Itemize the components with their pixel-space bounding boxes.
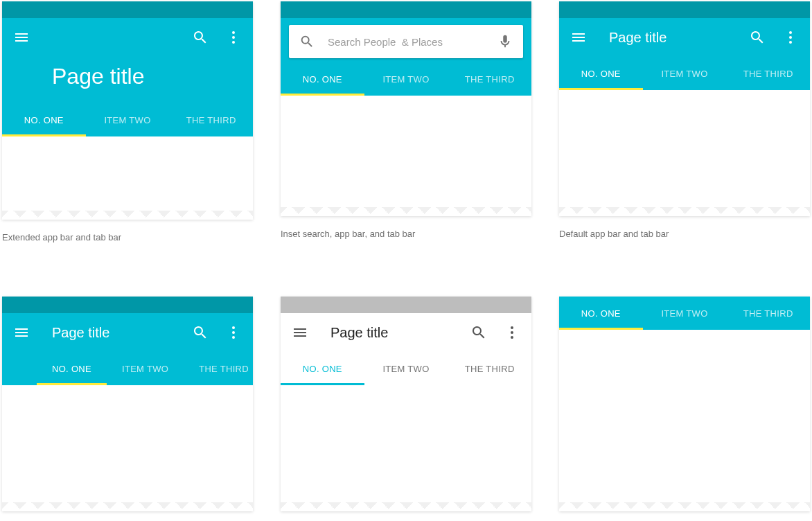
tab-bar: NO. ONE ITEM TWO THE THIRD: [559, 297, 810, 330]
menu-icon[interactable]: [570, 29, 587, 46]
tab-two[interactable]: ITEM TWO: [364, 62, 448, 96]
tab-three[interactable]: THE THIRD: [726, 297, 810, 330]
search-box[interactable]: [289, 25, 523, 58]
status-bar: [2, 1, 253, 18]
torn-edge: [281, 207, 531, 216]
status-bar: [281, 1, 531, 18]
app-bar: NO. ONE ITEM TWO THE THIRD: [559, 297, 810, 330]
tab-three[interactable]: THE THIRD: [726, 57, 810, 90]
tab-two[interactable]: ITEM TWO: [643, 57, 727, 90]
more-vert-icon[interactable]: [782, 29, 799, 46]
tab-three[interactable]: THE THIRD: [169, 103, 253, 136]
caption: Inset search, app bar, and tab bar: [281, 216, 531, 239]
example-scrollable-tabs: Page title NO. ONE ITEM TWO THE THIRD De…: [2, 297, 253, 521]
torn-edge: [559, 207, 810, 216]
search-icon[interactable]: [192, 29, 209, 46]
tab-bar: NO. ONE ITEM TWO THE THIRD: [281, 62, 531, 96]
torn-edge: [2, 502, 253, 511]
tab-three[interactable]: THE THIRD: [448, 352, 531, 385]
caption: Text color same as tab indicator: [281, 511, 531, 521]
example-white-appbar: Page title NO. ONE ITEM TWO THE THIRD Te…: [281, 297, 531, 521]
tab-one[interactable]: NO. ONE: [281, 352, 364, 385]
example-inset-search: NO. ONE ITEM TWO THE THIRD Inset search,…: [281, 1, 531, 242]
caption: Tab bar locked on scroll: [559, 511, 810, 521]
torn-edge: [2, 211, 253, 220]
content-area: [2, 385, 253, 511]
example-locked-tabs: NO. ONE ITEM TWO THE THIRD Tab bar locke…: [559, 297, 810, 521]
search-icon[interactable]: [192, 324, 209, 341]
caption: Extended app bar and tab bar: [2, 220, 253, 242]
more-vert-icon[interactable]: [504, 324, 520, 341]
tab-bar: NO. ONE ITEM TWO THE THIRD: [559, 57, 810, 90]
content-area: [559, 330, 810, 511]
search-icon[interactable]: [749, 29, 766, 46]
tab-bar-scrollable[interactable]: NO. ONE ITEM TWO THE THIRD: [2, 352, 253, 385]
tab-one[interactable]: NO. ONE: [559, 297, 643, 330]
content-area: [281, 385, 531, 511]
content-area: [281, 96, 531, 216]
search-icon[interactable]: [299, 33, 315, 50]
search-input[interactable]: [328, 36, 484, 48]
tab-two[interactable]: ITEM TWO: [364, 352, 448, 385]
page-title: Page title: [2, 57, 253, 103]
more-vert-icon[interactable]: [225, 324, 242, 341]
tab-one[interactable]: NO. ONE: [2, 103, 86, 136]
caption: Default app bar and tab bar: [559, 216, 810, 239]
content-area: [2, 136, 253, 220]
status-bar: [281, 297, 531, 313]
content-area: [559, 90, 810, 216]
example-extended-appbar: Page title NO. ONE ITEM TWO THE THIRD Ex…: [2, 1, 253, 242]
tab-bar: NO. ONE ITEM TWO THE THIRD: [2, 103, 253, 136]
tab-two[interactable]: ITEM TWO: [107, 352, 184, 385]
torn-edge: [281, 502, 531, 511]
app-bar: Page title NO. ONE ITEM TWO THE THIRD: [2, 313, 253, 385]
app-bar: Page title NO. ONE ITEM TWO THE THIRD: [281, 313, 531, 385]
tab-three[interactable]: THE THIRD: [184, 352, 253, 385]
page-title: Page title: [609, 30, 749, 46]
menu-icon[interactable]: [13, 29, 30, 46]
tab-two[interactable]: ITEM TWO: [643, 297, 727, 330]
mic-icon[interactable]: [497, 33, 513, 50]
tab-three[interactable]: THE THIRD: [448, 62, 531, 96]
menu-icon[interactable]: [13, 324, 30, 341]
page-title: Page title: [52, 325, 192, 341]
tab-one[interactable]: NO. ONE: [281, 62, 364, 96]
app-bar: NO. ONE ITEM TWO THE THIRD: [281, 18, 531, 96]
tab-one[interactable]: NO. ONE: [559, 57, 643, 90]
torn-edge: [559, 502, 810, 511]
search-icon[interactable]: [470, 324, 487, 341]
status-bar: [559, 1, 810, 18]
tab-bar: NO. ONE ITEM TWO THE THIRD: [281, 352, 531, 385]
example-default-appbar: Page title NO. ONE ITEM TWO THE THIRD De…: [559, 1, 810, 242]
app-bar: Page title NO. ONE ITEM TWO THE THIRD: [559, 18, 810, 90]
more-vert-icon[interactable]: [225, 29, 242, 46]
app-bar: Page title NO. ONE ITEM TWO THE THIRD: [2, 18, 253, 136]
page-title: Page title: [330, 325, 470, 341]
menu-icon[interactable]: [292, 324, 308, 341]
tab-one[interactable]: NO. ONE: [37, 352, 107, 385]
caption: Default app bar and scrollable tab bar: [2, 511, 253, 521]
tab-two[interactable]: ITEM TWO: [86, 103, 170, 136]
status-bar: [2, 297, 253, 313]
